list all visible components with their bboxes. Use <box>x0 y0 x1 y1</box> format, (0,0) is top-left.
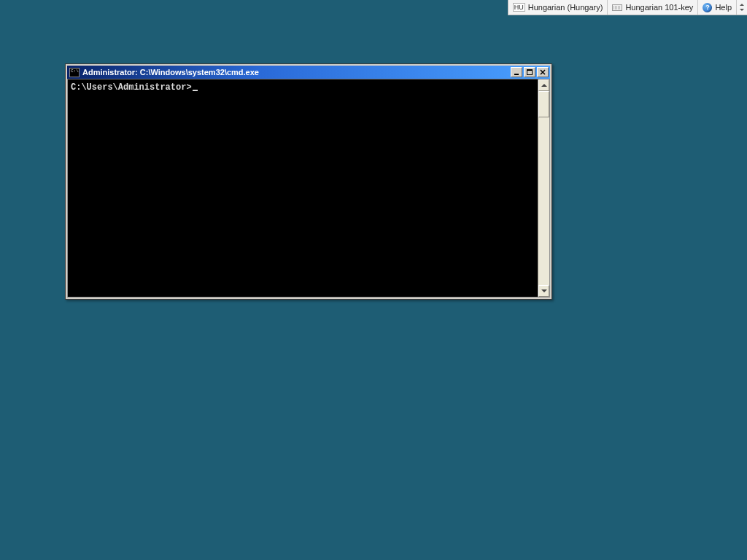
help-button[interactable]: ? Help <box>698 0 737 15</box>
close-icon <box>540 69 546 75</box>
close-button[interactable] <box>537 67 549 77</box>
scroll-down-button[interactable] <box>538 285 549 297</box>
window-title: Administrator: C:\Windows\system32\cmd.e… <box>82 68 511 77</box>
minimize-icon <box>514 69 519 75</box>
scrollbar-thumb[interactable] <box>538 91 549 117</box>
language-toolbar: HU Hungarian (Hungary) Hungarian 101-key… <box>508 0 747 15</box>
text-cursor <box>193 90 198 91</box>
toolbar-options-button[interactable] <box>737 0 747 15</box>
cmd-client-area: C:\Users\Administrator> <box>67 79 550 298</box>
cmd-output[interactable]: C:\Users\Administrator> <box>68 79 538 297</box>
language-code-badge: HU <box>513 3 525 12</box>
language-button[interactable]: HU Hungarian (Hungary) <box>508 0 608 15</box>
svg-rect-2 <box>527 69 533 71</box>
titlebar[interactable]: Administrator: C:\Windows\system32\cmd.e… <box>67 66 550 79</box>
cmd-prompt: C:\Users\Administrator> <box>71 82 192 93</box>
language-label: Hungarian (Hungary) <box>528 3 603 12</box>
help-icon: ? <box>703 3 712 12</box>
keyboard-icon <box>612 4 622 11</box>
help-label: Help <box>715 3 732 12</box>
maximize-icon <box>527 69 533 75</box>
scrollbar-track[interactable] <box>538 91 549 285</box>
vertical-scrollbar <box>538 79 549 297</box>
maximize-button[interactable] <box>524 67 535 77</box>
scroll-up-button[interactable] <box>538 79 549 91</box>
keyboard-layout-button[interactable]: Hungarian 101-key <box>608 0 698 15</box>
keyboard-label: Hungarian 101-key <box>625 3 693 12</box>
window-controls <box>511 67 550 77</box>
minimize-button[interactable] <box>511 67 522 77</box>
svg-rect-0 <box>514 74 519 75</box>
triangle-down-icon <box>541 289 547 292</box>
cmd-window: Administrator: C:\Windows\system32\cmd.e… <box>65 63 552 300</box>
chevron-down-icon <box>740 9 744 11</box>
triangle-up-icon <box>541 84 547 87</box>
chevron-up-icon <box>740 4 744 6</box>
cmd-icon <box>69 68 80 77</box>
